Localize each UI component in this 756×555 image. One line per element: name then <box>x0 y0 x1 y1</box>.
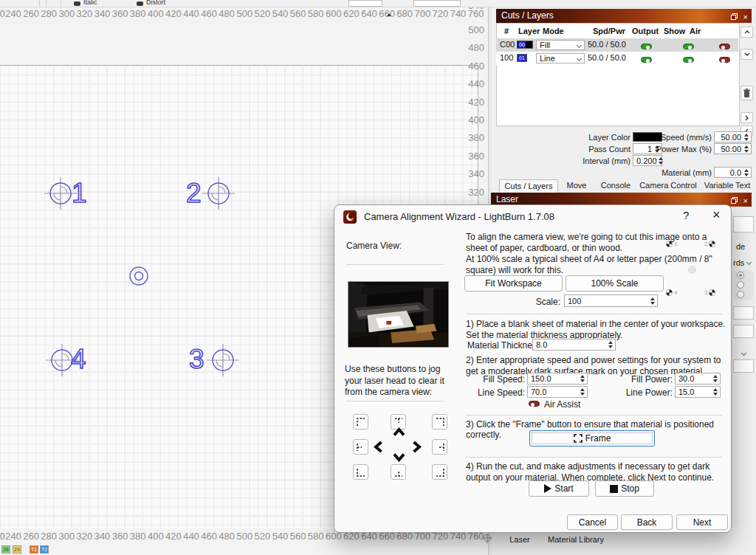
toolbar-spinner[interactable] <box>387 1 391 14</box>
tab-cuts-layers[interactable]: Cuts / Layers <box>499 179 558 193</box>
layer-move-down-button[interactable] <box>740 49 753 60</box>
ruler-number: 460 <box>201 531 217 542</box>
start-button[interactable]: Start <box>529 480 589 497</box>
ruler-number: 700 <box>414 8 430 19</box>
power-max-input[interactable]: 50.00 <box>714 143 752 154</box>
frame-button[interactable]: Frame <box>529 430 655 447</box>
layer-row[interactable]: C0000Fill50.0 / 50.0 <box>496 38 738 52</box>
palette-chip-28[interactable]: 28 <box>1 545 10 554</box>
output-toggle[interactable] <box>641 57 652 63</box>
show-toggle[interactable] <box>683 57 694 63</box>
alignment-target-3-icon[interactable] <box>205 342 241 381</box>
fill-power-label: Fill Power: <box>606 374 673 385</box>
tab-camera-control[interactable]: Camera Control <box>639 179 698 193</box>
layer-move-up-button[interactable] <box>740 27 753 38</box>
tab-variable-text[interactable]: Variable Text <box>700 179 755 193</box>
ruler-number: 340 <box>94 8 111 19</box>
speed-input[interactable]: 50.00 <box>714 131 752 142</box>
jog-edge-left-button[interactable] <box>353 439 368 455</box>
help-button[interactable]: ? <box>683 209 689 221</box>
scale-input[interactable]: 100 <box>564 294 658 307</box>
dock-tab-material-library[interactable]: Material Library <box>539 534 613 546</box>
mode-dropdown[interactable]: Fill <box>536 40 585 50</box>
preview-target-4: 4 <box>666 289 677 296</box>
interval-input[interactable]: 0.200 <box>633 155 662 166</box>
close-panel-icon[interactable]: × <box>743 14 748 21</box>
fill-power-input[interactable]: 30.0 <box>675 373 721 385</box>
toolbar-separator <box>39 0 40 7</box>
fit-workspace-button[interactable]: Fit Workspace <box>464 275 563 292</box>
tab-console[interactable]: Console <box>595 179 636 193</box>
float-panel-icon[interactable] <box>731 194 738 208</box>
jog-edge-bottom-button[interactable] <box>391 464 406 480</box>
layer-row[interactable]: 10001Line50.0 / 50.0 <box>496 52 738 65</box>
cancel-button[interactable]: Cancel <box>567 514 618 530</box>
line-power-input[interactable]: 15.0 <box>675 386 721 398</box>
camera-alignment-wizard-dialog: Camera Alignment Wizard - LightBurn 1.7.… <box>334 204 732 533</box>
radio-selected[interactable] <box>737 272 744 279</box>
material-thickness-input[interactable]: 8.0 <box>532 339 616 351</box>
material-input[interactable]: 0.0 <box>714 167 752 178</box>
radio-option[interactable] <box>737 281 744 289</box>
close-panel-icon[interactable]: × <box>743 198 748 204</box>
alignment-target-2-icon[interactable] <box>201 176 236 214</box>
layer-index-badge: 00 <box>518 41 526 48</box>
ruler-number: 240 <box>5 531 21 542</box>
ruler-number: 600 <box>326 8 342 19</box>
mode-dropdown[interactable]: Line <box>536 53 585 63</box>
toolbar-separator <box>61 0 61 7</box>
ruler-number: 320 <box>77 531 93 542</box>
jog-edge-right-button[interactable] <box>432 439 447 455</box>
toolbar-dropdown[interactable] <box>413 0 461 7</box>
ruler-number: 720 <box>433 8 449 19</box>
cuts-layers-titlebar[interactable]: Cuts / Layers × <box>496 9 752 23</box>
output-toggle[interactable] <box>641 44 652 49</box>
line-speed-input[interactable]: 70.0 <box>527 386 588 398</box>
distort-checkbox[interactable] <box>137 1 143 6</box>
ruler-number: 420 <box>468 97 484 108</box>
stop-button[interactable]: Stop <box>595 480 654 497</box>
radio-option[interactable] <box>737 291 744 298</box>
divider <box>346 401 444 401</box>
next-button[interactable]: Next <box>676 514 728 530</box>
jog-right-arrow-button[interactable] <box>412 441 422 453</box>
jog-corner-bottom-right-button[interactable] <box>432 464 447 480</box>
ruler-number: 320 <box>77 8 93 19</box>
italic-checkbox[interactable] <box>74 1 80 6</box>
jog-left-arrow-button[interactable] <box>374 441 383 453</box>
ruler-number: 320 <box>468 187 484 198</box>
laser-sliver-box[interactable] <box>733 306 754 320</box>
toolbar-input[interactable] <box>348 0 382 7</box>
fill-speed-input[interactable]: 150.0 <box>527 373 588 385</box>
air-toggle[interactable] <box>719 57 730 63</box>
jog-corner-bottom-left-button[interactable] <box>353 464 368 480</box>
layer-rows: C0000Fill50.0 / 50.010001Line50.0 / 50.0 <box>496 38 740 65</box>
laser-sliver-box[interactable] <box>733 359 754 373</box>
tab-move[interactable]: Move <box>560 179 593 193</box>
ruler-number: 540 <box>272 531 289 542</box>
dialog-close-button[interactable]: × <box>712 207 721 223</box>
jog-up-arrow-button[interactable] <box>393 427 405 437</box>
jog-corner-top-right-button[interactable] <box>432 414 447 430</box>
play-icon <box>544 484 551 493</box>
palette-chip-29[interactable]: 29 <box>13 545 21 554</box>
jog-down-arrow-button[interactable] <box>393 452 405 462</box>
laser-sliver-box[interactable] <box>733 325 754 338</box>
layer-delete-button[interactable] <box>740 86 753 100</box>
air-assist-toggle[interactable] <box>529 401 540 407</box>
center-circle-mark[interactable] <box>128 265 150 290</box>
dock-tab-laser[interactable]: Laser <box>504 534 536 546</box>
jog-corner-top-left-button[interactable] <box>353 414 368 430</box>
ruler-number: 580 <box>308 531 324 542</box>
palette-chip-T1[interactable]: T1 <box>30 545 38 554</box>
layer-move-right-button[interactable] <box>740 112 753 123</box>
palette-chip-T2[interactable]: T2 <box>40 545 49 554</box>
step1-text: 1) Place a blank sheet of material in th… <box>466 319 726 341</box>
scale-100-button[interactable]: 100% Scale <box>566 275 664 292</box>
layer-color-chip[interactable]: 00 <box>517 41 533 49</box>
back-button[interactable]: Back <box>621 514 673 530</box>
layer-color-chip[interactable]: 01 <box>517 54 527 62</box>
air-toggle[interactable] <box>719 44 730 49</box>
laser-sliver-box[interactable] <box>733 216 754 232</box>
show-toggle[interactable] <box>683 44 694 49</box>
